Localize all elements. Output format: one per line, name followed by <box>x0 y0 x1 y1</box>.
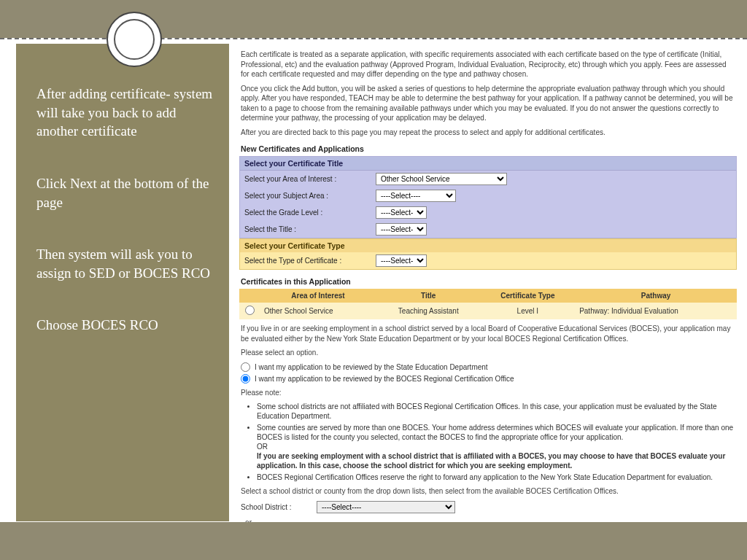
note-1: Some school districts are not affiliated… <box>257 402 735 421</box>
bottom-bar <box>0 522 747 560</box>
cell-title: Teaching Assistant <box>376 303 480 319</box>
certificate-title-block: Select your Certificate Title Select you… <box>239 156 737 238</box>
label-certificate-type: Select the Type of Certificate : <box>244 257 376 265</box>
select-district-instruction: Select a school district or county from … <box>241 486 735 497</box>
radio-boces[interactable] <box>241 374 250 384</box>
select-title[interactable]: ----Select---- <box>376 223 427 236</box>
main-content: Each certificate is treated as a separat… <box>238 45 738 547</box>
select-grade-level[interactable]: ----Select---- <box>376 206 427 219</box>
label-subject-area: Select your Subject Area : <box>244 192 376 200</box>
notes-list: Some school districts are not affiliated… <box>257 402 735 482</box>
radio-sed-label: I want my application to be reviewed by … <box>255 363 488 371</box>
cell-type: Level I <box>480 303 575 319</box>
sidebar-note-4: Choose BOCES RCO <box>36 316 214 335</box>
radio-select-cert[interactable] <box>245 306 255 315</box>
radio-boces-label: I want my application to be reviewed by … <box>255 375 514 383</box>
select-school-district[interactable]: ----Select---- <box>317 501 455 513</box>
sidebar-note-2: Click Next at the bottom of the page <box>36 174 214 211</box>
sidebar: After adding certificate- system will ta… <box>16 44 229 521</box>
table-row: Other School Service Teaching Assistant … <box>239 303 737 319</box>
label-title: Select the Title : <box>244 225 376 233</box>
applications-table: Area of Interest Title Certificate Type … <box>239 289 737 319</box>
intro-para-3: After you are directed back to this page… <box>241 128 735 138</box>
cell-pathway: Pathway: Individual Evaluation <box>575 303 737 319</box>
select-option-label: Please select an option. <box>241 348 735 358</box>
cell-area: Other School Service <box>260 303 376 319</box>
heading-certs-in-app: Certificates in this Application <box>241 277 735 286</box>
ring-decoration <box>107 12 162 67</box>
certificate-type-block: Select your Certificate Type Select the … <box>239 238 737 270</box>
note-3: BOCES Regional Certification Offices res… <box>257 472 735 482</box>
col-area: Area of Interest <box>260 289 376 303</box>
intro-para-2: Once you click the Add button, you will … <box>241 84 735 123</box>
heading-new-apps: New Certificates and Applications <box>241 144 735 153</box>
certificate-type-heading: Select your Certificate Type <box>240 239 736 252</box>
label-grade-level: Select the Grade Level : <box>244 209 376 217</box>
radio-sed[interactable] <box>241 362 250 372</box>
select-certificate-type[interactable]: ----Select---- <box>376 254 427 267</box>
review-intro: If you live in or are seeking employment… <box>241 324 735 343</box>
intro-para-1: Each certificate is treated as a separat… <box>241 50 735 79</box>
select-area-of-interest[interactable]: Other School Service <box>376 173 507 185</box>
please-note-label: Please note: <box>241 388 735 398</box>
label-area-of-interest: Select your Area of Interest : <box>244 175 376 183</box>
col-title: Title <box>376 289 480 303</box>
certificate-title-heading: Select your Certificate Title <box>240 157 736 171</box>
label-school-district: School District : <box>241 503 306 511</box>
col-type: Certificate Type <box>480 289 575 303</box>
col-pathway: Pathway <box>575 289 737 303</box>
select-subject-area[interactable]: ----Select---- <box>376 190 456 202</box>
sidebar-note-3: Then system will ask you to assign to SE… <box>36 245 214 282</box>
note-2: Some counties are served by more than on… <box>257 423 735 470</box>
sidebar-note-1: After adding certificate- system will ta… <box>36 85 214 141</box>
